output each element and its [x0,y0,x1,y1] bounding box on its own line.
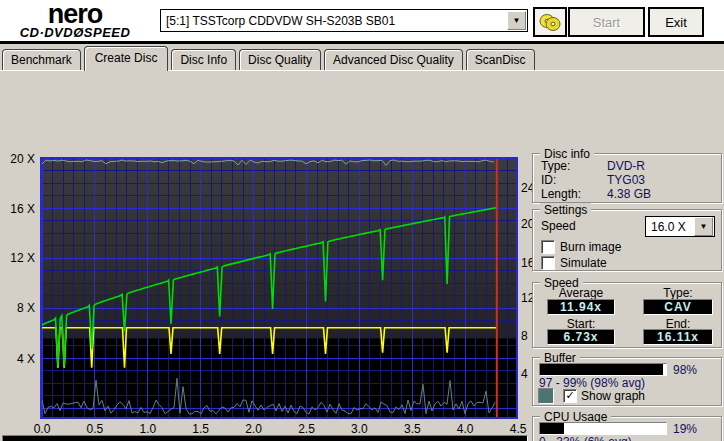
end-speed-display: 16.11x [643,329,713,345]
simulate-label: Simulate [560,256,607,270]
buffer-meter [539,363,667,376]
cd-dvd-speed-logo-text: CD·DVDØSPEED [10,26,140,39]
cpu-meter [539,422,667,435]
nero-logo-text: nero [10,1,140,28]
disc-length-value: 4.38 GB [607,187,651,201]
x-axis-tick: 2.0 [241,422,267,436]
y-axis-left-tick: 12 X [0,251,35,265]
type-label: Type: [643,286,713,300]
disc-button[interactable] [533,7,567,37]
buffer-group: Buffer 98% 97 - 99% (98% avg) Show graph [532,357,722,406]
tab-advanced-disc-quality[interactable]: Advanced Disc Quality [324,49,463,70]
nero-logo: nero CD·DVDØSPEED [10,1,140,39]
buffer-meter-fill [540,364,663,375]
speed-type-display: CAV [643,299,713,315]
nero-cd-dvd-speed-window: nero CD·DVDØSPEED [5:1] TSSTcorp CDDVDW … [0,0,724,441]
toolbar-separator [0,41,724,44]
settings-title: Settings [540,203,591,217]
disc-info-group: Disc info Type: DVD-R ID: TYG03 Length: … [532,153,722,203]
simulate-checkbox[interactable] [541,256,555,270]
x-axis-tick: 4.5 [505,422,531,436]
tab-bar: BenchmarkCreate DiscDisc InfoDisc Qualit… [2,46,538,70]
y-axis-left-tick: 4 X [0,352,35,366]
y-axis-left-tick: 20 X [0,152,35,166]
speed-select[interactable]: 16.0 X ▼ [645,216,715,237]
cpu-meter-fill [540,423,564,434]
speed-group: Speed Average Type: 11.94x CAV Start: En… [532,282,722,348]
buffer-color-swatch[interactable] [538,388,554,404]
speed-setting-label: Speed [541,219,576,233]
drive-select[interactable]: [5:1] TSSTcorp CDDVDW SH-S203B SB01 ▼ [160,9,528,32]
speed-chart [40,157,518,419]
buffer-percent: 98% [673,363,697,377]
disc-id-label: ID: [541,173,556,187]
x-axis-tick: 2.5 [294,422,320,436]
overall-progress-fill [3,436,527,441]
speed-select-value: 16.0 X [646,220,694,234]
tab-scandisc[interactable]: ScanDisc [466,49,535,70]
cpu-range: 0 - 33% (6% avg) [539,435,632,441]
disc-id-value: TYG03 [607,173,645,187]
average-speed-display: 11.94x [547,299,615,315]
buffer-range: 97 - 99% (98% avg) [539,376,645,390]
y-axis-left-tick: 16 X [0,202,35,216]
buffer-show-graph-checkbox[interactable] [563,389,577,403]
x-axis-tick: 1.0 [135,422,161,436]
tab-disc-quality[interactable]: Disc Quality [239,49,321,70]
create-disc-panel: 20 X16 X12 X8 X4 X24201612840.00.51.01.5… [0,70,724,441]
overall-progress-bar [2,435,528,441]
drive-select-value: [5:1] TSSTcorp CDDVDW SH-S203B SB01 [161,14,507,28]
x-axis-tick: 4.0 [452,422,478,436]
start-speed-display: 6.73x [547,329,615,345]
disc-length-label: Length: [541,187,581,201]
drive-select-dropdown-button[interactable]: ▼ [507,11,526,30]
exit-button[interactable]: Exit [648,7,704,37]
x-axis-tick: 1.5 [188,422,214,436]
x-axis-tick: 0.0 [29,422,55,436]
disc-type-label: Type: [541,159,570,173]
y-axis-left-tick: 8 X [0,301,35,315]
cpu-percent: 19% [673,422,697,436]
average-label: Average [547,286,615,300]
start-button[interactable]: Start [568,7,645,37]
toolbar: nero CD·DVDØSPEED [5:1] TSSTcorp CDDVDW … [0,0,724,41]
x-axis-tick: 3.5 [399,422,425,436]
tab-create-disc[interactable]: Create Disc [84,46,169,71]
x-axis-tick: 3.0 [346,422,372,436]
tab-benchmark[interactable]: Benchmark [2,49,81,70]
burn-image-label: Burn image [560,240,621,254]
tab-disc-info[interactable]: Disc Info [171,49,236,70]
cpu-usage-group: CPU Usage 19% 0 - 33% (6% avg) Show grap… [532,416,722,441]
discs-icon [539,13,561,31]
speed-select-dropdown-button[interactable]: ▼ [694,217,713,236]
x-axis-tick: 0.5 [82,422,108,436]
burn-image-checkbox[interactable] [541,240,555,254]
settings-group: Settings Speed 16.0 X ▼ Burn image Simul… [532,209,722,271]
disc-type-value: DVD-R [607,159,645,173]
buffer-show-graph-label: Show graph [581,389,645,403]
